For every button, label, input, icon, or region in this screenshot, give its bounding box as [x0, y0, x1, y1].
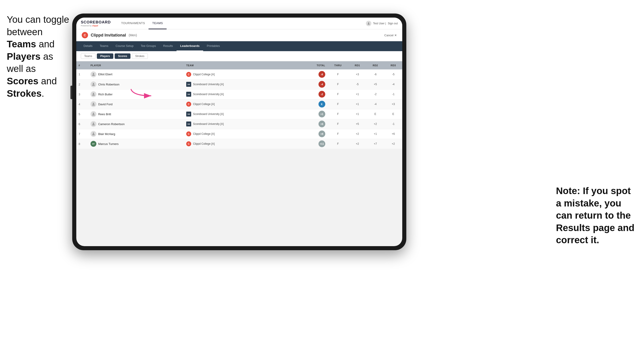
tab-details[interactable]: Details: [80, 41, 96, 51]
nav-teams[interactable]: TEAMS: [148, 17, 166, 29]
cell-team: CClippd College [A]: [184, 129, 304, 139]
cell-rd1: +1: [348, 89, 366, 99]
team-name: Scoreboard University [A]: [193, 113, 224, 116]
total-badge: +6: [318, 121, 325, 127]
cell-rd1: -5: [348, 79, 366, 89]
player-name: Rich Butler: [98, 93, 113, 96]
cell-player: David Ford: [88, 99, 184, 109]
player-avatar: [90, 111, 96, 117]
tab-tee-groups[interactable]: Tee Groups: [137, 41, 160, 51]
tournament-logo: C: [82, 32, 88, 38]
app-title: SCOREBOARD: [81, 20, 111, 24]
cell-rd3: E: [384, 109, 402, 119]
team-logo: C: [186, 141, 191, 146]
player-name: Rees Britt: [98, 113, 111, 116]
total-badge: +1: [318, 111, 325, 117]
tournament-title-area: C Clippd Invitational (Men): [82, 32, 137, 38]
table-header-row: # PLAYER TEAM TOTAL THRU RD1 RD2 RD3: [76, 61, 402, 69]
cell-rd2: -6: [366, 69, 384, 79]
toggle-players[interactable]: Players: [97, 53, 113, 59]
cell-rd3: +3: [384, 99, 402, 109]
cell-rd2: -2: [366, 89, 384, 99]
cell-rd1: +2: [348, 129, 366, 139]
col-rd2: RD2: [366, 61, 384, 69]
cell-rank: 2: [76, 79, 88, 89]
team-logo: SB: [186, 82, 191, 87]
col-total: TOTAL: [304, 61, 328, 69]
cell-total: +1: [304, 109, 328, 119]
left-annotation: You can toggle between Teams and Players…: [7, 13, 70, 100]
cell-total: E: [304, 99, 328, 109]
cell-rd1: +2: [348, 139, 366, 149]
cell-player: Blair McHarg: [88, 129, 184, 139]
tournament-name: Clippd Invitational: [91, 33, 126, 38]
cell-rd3: +6: [384, 129, 402, 139]
tab-teams[interactable]: Teams: [96, 41, 112, 51]
cell-team: CClippd College [A]: [184, 99, 304, 109]
team-logo: SB: [186, 92, 191, 97]
col-rd3: RD3: [384, 61, 402, 69]
cell-team: CClippd College [A]: [184, 139, 304, 149]
cell-total: +11: [304, 139, 328, 149]
svg-point-0: [368, 22, 369, 23]
total-badge: -2: [318, 91, 325, 98]
svg-point-1: [93, 73, 94, 74]
cell-thru: F: [328, 129, 348, 139]
nav-links: TOURNAMENTS TEAMS: [118, 17, 366, 29]
cell-rank: 1: [76, 69, 88, 79]
tournament-header: C Clippd Invitational (Men) Cancel ✕: [76, 29, 402, 41]
table-row: 4 David FordCClippd College [A]EF+1-4+3: [76, 99, 402, 109]
table-row: 1 Elliot EbertCClippd College [A]-8F+3-6…: [76, 69, 402, 79]
user-area: Test User | Sign out: [366, 21, 398, 26]
cell-thru: F: [328, 89, 348, 99]
cell-team: SBScoreboard University [A]: [184, 119, 304, 129]
team-name: Clippd College [A]: [193, 142, 215, 145]
table-row: 5 Rees BrittSBScoreboard University [A]+…: [76, 109, 402, 119]
cell-rank: 8: [76, 139, 88, 149]
tablet-side-button: [70, 86, 72, 99]
tab-leaderboards[interactable]: Leaderboards: [176, 41, 203, 51]
tab-course-setup[interactable]: Course Setup: [112, 41, 137, 51]
tab-printables[interactable]: Printables: [203, 41, 224, 51]
cell-player: Rees Britt: [88, 109, 184, 119]
player-name: David Ford: [98, 103, 113, 106]
player-avatar: [90, 71, 96, 77]
toggle-teams[interactable]: Teams: [81, 53, 96, 59]
table-row: 8MTMarcus TurnersCClippd College [A]+11F…: [76, 139, 402, 149]
cell-rank: 6: [76, 119, 88, 129]
team-name: Scoreboard University [A]: [193, 83, 224, 86]
svg-point-5: [93, 113, 94, 114]
cell-total: +8: [304, 129, 328, 139]
cell-rd2: +5: [366, 79, 384, 89]
sign-out-link[interactable]: Sign out: [388, 22, 398, 25]
tab-results[interactable]: Results: [160, 41, 176, 51]
toggle-bar: Teams Players Scores Strokes: [76, 51, 402, 61]
cell-rank: 3: [76, 89, 88, 99]
svg-point-7: [93, 133, 94, 134]
tablet-screen: SCOREBOARD Powered by clippd TOURNAMENTS…: [76, 17, 402, 246]
cancel-button[interactable]: Cancel ✕: [384, 34, 397, 37]
team-logo: C: [186, 72, 191, 77]
player-name: Marcus Turners: [98, 142, 118, 146]
nav-tournaments[interactable]: TOURNAMENTS: [118, 17, 149, 29]
team-name: Clippd College [A]: [193, 103, 215, 106]
app-logo: SCOREBOARD Powered by clippd: [81, 20, 111, 27]
cell-player: MTMarcus Turners: [88, 139, 184, 149]
powered-by-text: Powered by clippd: [81, 24, 111, 27]
player-name: Elliot Ebert: [98, 73, 112, 76]
cell-rd1: +1: [348, 99, 366, 109]
col-thru: THRU: [328, 61, 348, 69]
team-name: Scoreboard University [A]: [193, 122, 224, 126]
table-row: 3 Rich ButlerSBScoreboard University [A]…: [76, 89, 402, 99]
leaderboard-table: # PLAYER TEAM TOTAL THRU RD1 RD2 RD3 1 E…: [76, 61, 402, 149]
col-player: PLAYER: [88, 61, 184, 69]
toggle-strokes[interactable]: Strokes: [132, 53, 148, 59]
cell-rank: 5: [76, 109, 88, 119]
cell-total: -8: [304, 69, 328, 79]
col-team: TEAM: [184, 61, 304, 69]
player-avatar: [90, 81, 96, 87]
right-annotation: Note: If you spot a mistake, you can ret…: [556, 185, 637, 246]
toggle-scores[interactable]: Scores: [115, 53, 130, 59]
top-nav: SCOREBOARD Powered by clippd TOURNAMENTS…: [76, 17, 402, 29]
table-row: 2 Chris RobertsonSBScoreboard University…: [76, 79, 402, 89]
